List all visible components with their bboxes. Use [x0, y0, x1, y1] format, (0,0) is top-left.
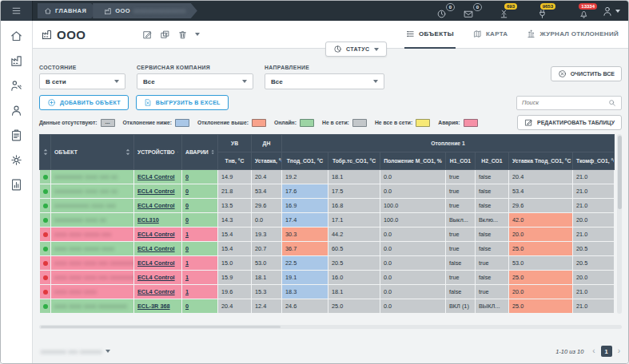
status-dropdown-button[interactable]: СТАТУС — [325, 42, 387, 57]
alarms-button[interactable]: 13334 — [575, 3, 592, 19]
sidebar-item-users[interactable] — [6, 101, 27, 119]
tasks-button[interactable]: 0 — [432, 3, 450, 19]
user-menu[interactable] — [602, 6, 620, 17]
legend-item: Данные отсутствуют:--- — [39, 119, 115, 127]
object-name-cell[interactable]: xxxx xxxx xxxx xxx xxxxxxxxx — [51, 256, 134, 271]
search-input[interactable] — [522, 99, 608, 106]
deviation-chart-icon — [527, 30, 535, 38]
data-cell: 0.0 — [380, 299, 446, 314]
device-link[interactable]: ECL4 Control — [137, 259, 175, 267]
object-name-cell[interactable]: xxxxxxxxx xxxx xxx xx — [51, 170, 134, 184]
column-group-header: УВ — [218, 135, 252, 152]
alarms-link[interactable]: 0 — [185, 303, 189, 310]
table-row[interactable]: xxxxxxxxx xxxx xxx xxECL4 Control021.853… — [40, 184, 615, 199]
table-row[interactable]: xxxx xxxx xxxxx xxxxECL4 Control015.420.… — [40, 242, 615, 256]
device-link[interactable]: ECL4 Control — [137, 231, 175, 238]
tab-deviation-journal[interactable]: ЖУРНАЛ ОТКЛОНЕНИЙ — [525, 21, 620, 49]
sidebar-item-settings[interactable] — [6, 151, 27, 168]
next-page-button[interactable]: › — [618, 347, 620, 355]
prev-page-button[interactable]: ‹ — [592, 347, 595, 355]
edit-table-button[interactable]: РЕДАКТИРОВАТЬ ТАБЛИЦУ — [517, 115, 622, 130]
chevron-down-icon — [373, 80, 378, 83]
alarms-link[interactable]: 1 — [185, 259, 189, 267]
page-size-control[interactable]: xxxxxxxx xxx xxxxxxx — [41, 349, 110, 354]
add-object-button[interactable]: ДОБАВИТЬ ОБЪЕКТ — [39, 95, 129, 110]
device-link[interactable]: ECL4 Control — [137, 188, 175, 195]
device-errors-button[interactable]: 693 — [495, 3, 512, 19]
status-column-header[interactable] — [40, 135, 51, 170]
page-number-button[interactable]: 1 — [601, 346, 612, 357]
legend-label: Не все в сети: — [375, 120, 412, 125]
connections-button[interactable]: 9653 — [533, 3, 551, 19]
table-row[interactable]: xxxx xxxx xxxx xxxxxxxxxECL-3R 368020.41… — [40, 299, 615, 314]
alarms-link[interactable]: 0 — [185, 202, 189, 209]
tab-map[interactable]: КАРТА — [472, 21, 510, 49]
alarms-link[interactable]: 1 — [185, 274, 189, 281]
status-dot — [43, 304, 48, 309]
table-row[interactable]: xxxx xxxx xxxxECL4 Control119.615.318.31… — [40, 285, 615, 299]
sidebar-item-home[interactable] — [6, 27, 27, 45]
filter-state-select[interactable]: В сети — [39, 73, 125, 89]
data-cell: 60.5 — [328, 242, 380, 256]
object-name-cell[interactable]: xxxx xxxx xxxx — [51, 285, 134, 299]
device-link[interactable]: ECL4 Control — [137, 288, 175, 295]
alarms-link[interactable]: 0 — [185, 216, 189, 224]
data-cell: 17.1 — [328, 213, 380, 228]
object-name-cell[interactable]: xxxxxxxxx xxxx xx — [51, 213, 134, 228]
filter-direction-select[interactable]: Все — [265, 73, 384, 89]
vertical-scrollbar[interactable] — [617, 134, 622, 314]
sortable-column-header[interactable]: ОБЪЕКТ — [51, 135, 134, 170]
messages-button[interactable]: 0 — [460, 3, 477, 19]
alarms-link[interactable]: 1 — [185, 231, 189, 238]
more-actions-button[interactable] — [195, 33, 200, 36]
sidebar-item-service[interactable] — [6, 77, 27, 94]
table-row[interactable]: xxxx xxxx xxxx xxx xxxxxxxxxECL4 Control… — [40, 256, 615, 271]
object-name-cell[interactable]: xxxx xxxx xxxxx xxx — [51, 228, 134, 242]
filter-service-company-select[interactable]: Все — [137, 73, 253, 89]
object-name-cell[interactable]: xxxxxxxxxxx xxxx xxx — [51, 199, 134, 213]
sidebar-item-tasks[interactable] — [6, 126, 27, 144]
status-dot — [43, 232, 48, 237]
export-excel-button[interactable]: ВЫГРУЗИТЬ В EXCEL — [136, 95, 229, 110]
breadcrumb-home[interactable]: ГЛАВНАЯ — [38, 3, 98, 18]
object-name-cell[interactable]: xxxx xxxx xxxxx xxxx — [51, 242, 134, 256]
alarms-link[interactable]: 0 — [185, 245, 189, 252]
horizontal-scrollbar[interactable] — [39, 325, 622, 329]
device-link[interactable]: ECL310 — [137, 216, 159, 224]
table-row[interactable]: xxxx xxxx xxxxx xxxECL4 Control115.419.3… — [40, 228, 615, 242]
device-link[interactable]: ECL4 Control — [137, 245, 175, 252]
list-icon — [406, 30, 415, 38]
legend: Данные отсутствуют:---Отклонение ниже:От… — [39, 119, 478, 127]
sidebar-item-objects[interactable] — [6, 52, 27, 69]
table-row[interactable]: xxxxxxxxx xxxx xxECL310014.30.017.417.11… — [40, 213, 615, 228]
device-link[interactable]: ECL4 Control — [137, 274, 175, 281]
menu-icon[interactable] — [1, 1, 33, 21]
device-link[interactable]: ECL4 Control — [137, 173, 175, 180]
edit-object-button[interactable] — [142, 30, 153, 40]
copy-object-button[interactable] — [160, 30, 170, 40]
sortable-column-header[interactable]: АВАРИИ — [182, 135, 218, 170]
alarms-link[interactable]: 1 — [185, 288, 189, 295]
object-name-cell[interactable]: xxxx xxxx xxxx xxxxxxxxx — [51, 299, 134, 314]
device-link[interactable]: ECL-3R 368 — [137, 303, 170, 310]
sidebar-item-reports[interactable] — [6, 176, 27, 193]
breadcrumb-object[interactable]: ООО xxxxxxxxxxxxxxx — [93, 3, 197, 18]
app-window: ГЛАВНАЯ ООО xxxxxxxxxxxxxxx 0 0 693 — [0, 0, 629, 364]
sortable-column-header[interactable]: УСТРОЙСТВО — [134, 135, 182, 170]
table-row[interactable]: xxxxxxxxxxx xxxx xxxECL4 Control013.529.… — [40, 199, 615, 213]
clear-all-button[interactable]: ОЧИСТИТЬ ВСЕ — [551, 66, 622, 81]
object-name-cell[interactable]: xxxxxxxxx xxxx xxx xx — [51, 184, 134, 199]
tab-objects[interactable]: ОБЪЕКТЫ — [404, 21, 456, 49]
alarms-link[interactable]: 0 — [185, 188, 189, 195]
delete-object-button[interactable] — [177, 30, 188, 40]
column-header: Тнв, °C — [218, 152, 252, 170]
table-row[interactable]: xxxx xxxx xxxx xxx xxxxxxxxxECL4 Control… — [40, 271, 615, 285]
map-icon — [473, 30, 482, 38]
object-name-cell[interactable]: xxxx xxxx xxxx xxx xxxxxxxxx — [51, 271, 134, 285]
scrollbar-thumb[interactable] — [41, 326, 281, 328]
device-link[interactable]: ECL4 Control — [137, 202, 175, 209]
table-row[interactable]: xxxxxxxxx xxxx xxx xxECL4 Control014.920… — [40, 170, 615, 184]
scrollbar-thumb[interactable] — [618, 136, 622, 209]
alarms-link[interactable]: 0 — [185, 173, 189, 180]
data-cell: 16.8 — [328, 199, 380, 213]
